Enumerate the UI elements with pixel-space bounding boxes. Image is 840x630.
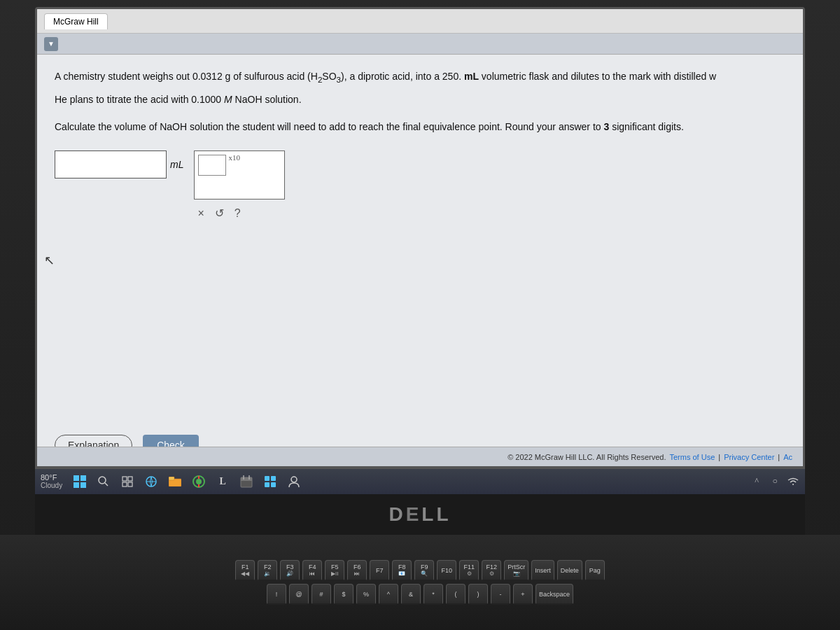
key-label: *	[432, 591, 435, 598]
wifi-signal-icon	[788, 477, 799, 486]
email-icon: L	[219, 476, 225, 487]
key-f3[interactable]: F3 🔊	[280, 560, 300, 581]
browser-chrome: McGraw Hill	[37, 9, 803, 34]
chrome-button[interactable]	[189, 472, 209, 491]
key-exclaim[interactable]: !	[267, 584, 286, 605]
svg-rect-19	[271, 482, 276, 487]
task-view-button[interactable]	[118, 472, 137, 491]
widgets-button[interactable]	[260, 472, 280, 491]
wifi-icon[interactable]	[787, 475, 799, 488]
key-delete[interactable]: Delete	[557, 560, 582, 581]
calendar-icon	[240, 475, 253, 488]
key-label: $	[342, 591, 345, 598]
key-at[interactable]: @	[289, 584, 309, 605]
ac-link[interactable]: Ac	[783, 453, 792, 461]
privacy-link[interactable]: Privacy Center	[724, 453, 774, 461]
svg-point-11	[196, 479, 202, 484]
chevron-down-icon[interactable]: ▼	[44, 37, 58, 51]
key-label: F12	[486, 564, 497, 570]
key-f8[interactable]: F8 📧	[392, 560, 412, 581]
key-f4[interactable]: F4 ⏮	[302, 560, 322, 581]
key-hash[interactable]: #	[312, 584, 331, 605]
browser-tab[interactable]: McGraw Hill	[44, 13, 108, 29]
exp-undo-btn[interactable]: ↺	[215, 206, 224, 220]
keyboard-row-numbers: ! @ # $ % ^ & * (	[267, 584, 573, 605]
key-label: F11	[463, 564, 475, 570]
browser-icon-button[interactable]	[141, 472, 161, 491]
key-label: Backspace	[539, 591, 570, 598]
input-section: mL x10 × ↺ ?	[55, 150, 785, 223]
key-label: -	[499, 591, 501, 598]
windows-start-button[interactable]	[70, 472, 90, 491]
exp-inner-input[interactable]	[198, 155, 226, 176]
key-backspace[interactable]: Backspace	[536, 584, 573, 605]
key-pageup[interactable]: Pag	[585, 560, 605, 581]
key-f11[interactable]: F11 ⚙	[459, 560, 479, 581]
calendar-button[interactable]	[237, 472, 256, 491]
key-ampersand[interactable]: &	[401, 584, 421, 605]
key-dollar[interactable]: $	[334, 584, 354, 605]
key-f5[interactable]: F5 ▶II	[325, 560, 344, 581]
copyright-divider: |	[718, 453, 720, 461]
file-explorer-button[interactable]	[165, 472, 185, 491]
top-bar: ▼	[37, 34, 803, 55]
key-caret[interactable]: ^	[379, 584, 398, 605]
problem-line2: He plans to titrate the acid with 0.1000…	[55, 92, 785, 107]
browser-icon	[145, 475, 158, 488]
screen-area: McGraw Hill ▼ ↖ A chemistry student weig…	[35, 7, 805, 468]
svg-line-1	[105, 483, 108, 486]
terms-link[interactable]: Terms of Use	[670, 453, 715, 461]
exp-help-btn[interactable]: ?	[234, 207, 241, 220]
notifications-icon[interactable]: ○	[769, 475, 781, 488]
key-label: F10	[441, 567, 452, 574]
key-secondary-label: ⚙	[489, 570, 494, 577]
content-area: ▼ ↖ A chemistry student weighs out 0.031…	[37, 34, 803, 466]
exp-close-btn[interactable]: ×	[197, 207, 204, 220]
key-secondary-label: 🔍	[421, 570, 428, 577]
key-secondary-label: 📷	[513, 570, 520, 577]
key-prtscr[interactable]: PrtScr 📷	[504, 560, 528, 581]
key-f7[interactable]: F7	[370, 560, 389, 581]
key-label: F8	[398, 564, 406, 570]
svg-rect-16	[265, 476, 270, 481]
key-label: +	[521, 591, 524, 598]
key-closeparen[interactable]: )	[468, 584, 488, 605]
dell-area: DELL	[35, 494, 805, 535]
key-insert[interactable]: Insert	[531, 560, 554, 581]
svg-point-20	[291, 477, 297, 482]
key-secondary-label: ⏭	[354, 570, 360, 577]
key-label: Insert	[535, 567, 551, 574]
key-label: F2	[264, 564, 272, 570]
key-openparen[interactable]: (	[446, 584, 465, 605]
key-minus[interactable]: -	[491, 584, 510, 605]
key-label: F6	[354, 564, 361, 570]
key-f2[interactable]: F2 🔉	[258, 560, 277, 581]
key-f12[interactable]: F12 ⚙	[482, 560, 501, 581]
widgets-icon	[265, 476, 276, 487]
svg-point-0	[99, 477, 106, 484]
key-f6[interactable]: F6 ⏭	[347, 560, 367, 581]
key-f10[interactable]: F10	[437, 560, 456, 581]
tray-chevron-icon[interactable]: ^	[750, 475, 763, 488]
key-label: !	[276, 591, 278, 598]
svg-rect-13	[241, 477, 252, 481]
svg-rect-4	[122, 482, 127, 486]
search-button[interactable]	[94, 472, 113, 491]
email-button[interactable]: L	[213, 472, 232, 491]
unit-label: mL	[170, 159, 183, 170]
key-secondary-label: 🔉	[264, 570, 271, 577]
key-percent[interactable]: %	[356, 584, 376, 605]
keyboard-area: F1 ◀◀ F2 🔉 F3 🔊 F4 ⏮ F5 ▶II F6 ⏭	[0, 535, 840, 630]
windows-logo-icon	[74, 475, 86, 488]
answer-input[interactable]	[55, 150, 167, 178]
person-button[interactable]	[284, 472, 304, 491]
exp-label: x10	[228, 153, 240, 162]
key-asterisk[interactable]: *	[424, 584, 443, 605]
copyright-divider2: |	[778, 453, 780, 461]
key-label: F5	[331, 564, 339, 570]
svg-rect-18	[265, 482, 270, 487]
key-f1[interactable]: F1 ◀◀	[235, 560, 255, 581]
exp-buttons: × ↺ ?	[194, 203, 244, 223]
key-f9[interactable]: F9 🔍	[414, 560, 434, 581]
key-plus[interactable]: +	[513, 584, 533, 605]
